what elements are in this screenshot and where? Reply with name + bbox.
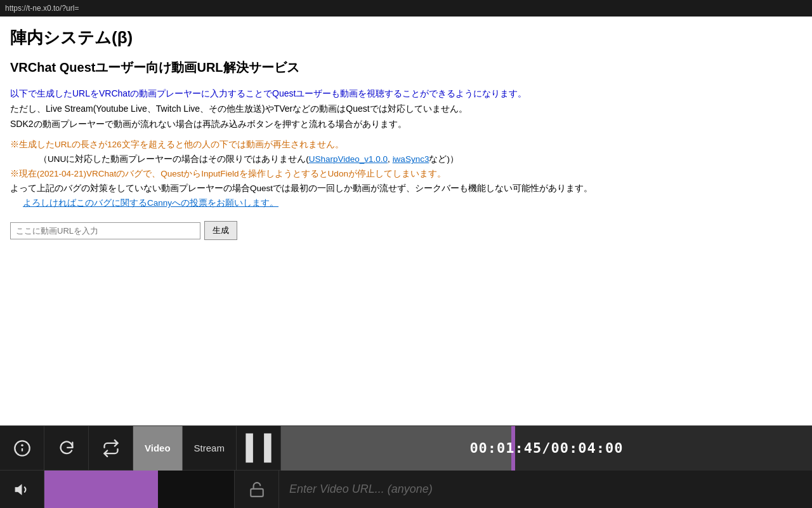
svg-rect-4 bbox=[264, 434, 272, 463]
url-entry-area[interactable]: Enter Video URL... (anyone) bbox=[279, 471, 812, 509]
browser-url: https://t-ne.x0.to/?url= bbox=[5, 4, 79, 13]
pause-icon bbox=[237, 426, 280, 470]
main-content: 陣内システム(β) VRChat Questユーザー向け動画URL解決サービス … bbox=[0, 17, 812, 425]
player-controls-row: Video Stream 00:01:45/00:04:00 bbox=[0, 425, 812, 470]
time-current: 00:01:45 bbox=[469, 440, 542, 456]
reload-icon bbox=[58, 439, 75, 457]
volume-slider-fill bbox=[44, 471, 158, 509]
desc-line2: ただし、Live Stream(Youtube Live、Twitch Live… bbox=[10, 104, 468, 114]
volume-icon bbox=[14, 481, 30, 498]
browser-bar: https://t-ne.x0.to/?url= bbox=[0, 0, 812, 17]
lock-icon bbox=[249, 481, 265, 498]
desc-line1: 以下で生成したURLをVRChatの動画プレーヤーに入力することでQuestユー… bbox=[10, 88, 527, 98]
note1-sub-line: （UNUに対応した動画プレーヤーの場合はその限りではありません(USharpVi… bbox=[10, 152, 802, 167]
note1-sub-end: など)） bbox=[429, 154, 459, 164]
time-separator: / bbox=[542, 440, 551, 456]
site-title: 陣内システム(β) bbox=[10, 27, 802, 49]
info-button[interactable] bbox=[0, 426, 44, 471]
link-separator: , bbox=[388, 154, 393, 164]
lock-button[interactable] bbox=[235, 471, 279, 509]
note1-sub: （UNUに対応した動画プレーヤーの場合はその限りではありません( bbox=[39, 154, 309, 164]
svg-marker-5 bbox=[15, 485, 22, 494]
time-display: 00:01:45/00:04:00 bbox=[469, 440, 623, 456]
volume-button[interactable] bbox=[0, 471, 44, 509]
volume-slider[interactable] bbox=[44, 471, 235, 509]
service-title: VRChat Questユーザー向け動画URL解決サービス bbox=[10, 59, 802, 76]
player-url-row: Enter Video URL... (anyone) bbox=[0, 470, 812, 508]
url-input-row: 生成 bbox=[10, 221, 802, 240]
desc-line3: SDK2の動画プレーヤーで動画が流れない場合は再読み込みボタンを押すと流れる場合… bbox=[10, 119, 407, 129]
description-block: 以下で生成したURLをVRChatの動画プレーヤーに入力することでQuestユー… bbox=[10, 86, 802, 131]
video-url-input[interactable] bbox=[10, 222, 200, 239]
loop-button[interactable] bbox=[89, 426, 133, 471]
notes-block: ※生成したURLの長さが126文字を超えると他の人の下では動画が再生されません。… bbox=[10, 138, 802, 211]
time-total: 00:04:00 bbox=[551, 440, 624, 456]
svg-rect-6 bbox=[251, 488, 263, 496]
pause-button[interactable] bbox=[237, 426, 281, 471]
note3-line: よって上記のバグの対策をしていない動画プレーヤーの場合Questでは最初の一回し… bbox=[10, 182, 802, 196]
info-icon bbox=[13, 439, 31, 457]
video-stream-toggle: Video Stream bbox=[133, 426, 237, 471]
stream-toggle-button[interactable]: Stream bbox=[183, 426, 237, 471]
iwasync-link[interactable]: iwaSync3 bbox=[393, 154, 429, 164]
note2-line: ※現在(2021-04-21)VRChatのバグで、QuestからInputFi… bbox=[10, 167, 802, 182]
canny-line: よろしければこのバグに関するCannyへの投票をお願いします。 bbox=[10, 196, 802, 211]
note1-line: ※生成したURLの長さが126文字を超えると他の人の下では動画が再生されません。 bbox=[10, 138, 802, 152]
usharpvideo-link[interactable]: USharpVideo_v1.0.0 bbox=[309, 154, 388, 164]
note2-text: ※現在(2021-04-21)VRChatのバグで、QuestからInputFi… bbox=[10, 169, 446, 178]
video-toggle-button[interactable]: Video bbox=[133, 426, 183, 471]
svg-rect-3 bbox=[246, 434, 253, 463]
note3-text: よって上記のバグの対策をしていない動画プレーヤーの場合Questでは最初の一回し… bbox=[10, 184, 593, 193]
url-entry-placeholder: Enter Video URL... (anyone) bbox=[289, 483, 433, 496]
loop-icon bbox=[102, 439, 120, 457]
reload-button[interactable] bbox=[44, 426, 89, 471]
media-player: Video Stream 00:01:45/00:04:00 bbox=[0, 425, 812, 508]
note1-text: ※生成したURLの長さが126文字を超えると他の人の下では動画が再生されません。 bbox=[10, 140, 344, 149]
progress-time-area[interactable]: 00:01:45/00:04:00 bbox=[281, 426, 812, 471]
generate-button[interactable]: 生成 bbox=[204, 221, 237, 240]
canny-link[interactable]: よろしければこのバグに関するCannyへの投票をお願いします。 bbox=[23, 198, 278, 208]
